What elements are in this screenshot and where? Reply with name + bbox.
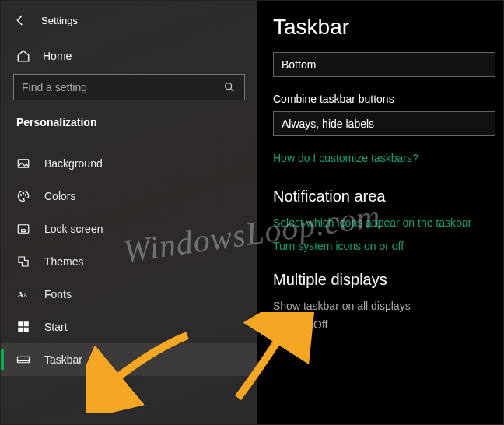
sidebar: Settings Home Personalization Background <box>1 1 257 424</box>
sidebar-item-label: Start <box>44 321 68 333</box>
show-taskbar-all-label: Show taskbar on all displays <box>273 300 495 312</box>
dropdown-value: Always, hide labels <box>282 118 374 130</box>
sidebar-item-start[interactable]: Start <box>1 311 257 343</box>
toggle-state-label: Off <box>313 318 327 331</box>
svg-point-4 <box>25 195 26 196</box>
select-icons-link[interactable]: Select which icons appear on the taskbar <box>273 216 495 229</box>
fonts-icon: A A <box>16 287 30 301</box>
home-label: Home <box>43 50 72 62</box>
sidebar-item-label: Lock screen <box>44 223 103 235</box>
svg-point-2 <box>20 195 22 196</box>
svg-rect-6 <box>22 230 26 232</box>
svg-rect-1 <box>18 160 29 168</box>
svg-rect-9 <box>18 321 23 326</box>
search-input[interactable] <box>22 81 222 93</box>
combine-label: Combine taskbar buttons <box>273 93 495 105</box>
multiple-displays-heading: Multiple displays <box>273 271 495 289</box>
svg-rect-11 <box>18 328 23 332</box>
search-box[interactable] <box>13 74 245 100</box>
sidebar-item-background[interactable]: Background <box>1 147 257 180</box>
taskbar-icon <box>16 353 30 367</box>
sidebar-item-label: Themes <box>44 255 84 268</box>
section-label: Personalization <box>1 116 257 141</box>
sidebar-item-fonts[interactable]: A A Fonts <box>1 278 257 311</box>
home-icon <box>16 49 30 63</box>
svg-rect-12 <box>24 328 29 332</box>
search-icon <box>222 80 236 94</box>
combine-dropdown[interactable]: Always, hide labels <box>273 111 495 136</box>
sidebar-item-taskbar[interactable]: Taskbar <box>1 343 257 376</box>
taskbar-position-dropdown[interactable]: Bottom <box>273 52 495 77</box>
title-bar: Settings <box>1 10 257 41</box>
lock-screen-icon <box>16 222 30 236</box>
start-icon <box>16 320 30 334</box>
dropdown-value: Bottom <box>282 58 316 71</box>
picture-icon <box>16 156 30 170</box>
palette-icon <box>16 189 30 203</box>
sidebar-item-label: Colors <box>44 190 75 202</box>
page-title: Taskbar <box>273 15 495 40</box>
svg-point-0 <box>226 83 232 90</box>
home-nav[interactable]: Home <box>1 41 257 74</box>
svg-point-3 <box>23 193 24 195</box>
svg-rect-10 <box>24 321 29 326</box>
window-title: Settings <box>41 15 78 26</box>
sidebar-item-label: Taskbar <box>44 353 82 366</box>
sidebar-item-label: Background <box>44 157 103 170</box>
sidebar-item-lock-screen[interactable]: Lock screen <box>1 212 257 245</box>
sidebar-item-label: Fonts <box>44 288 72 300</box>
show-taskbar-all-toggle[interactable] <box>273 317 304 332</box>
svg-rect-13 <box>18 357 30 363</box>
svg-text:A: A <box>23 292 28 299</box>
system-icons-link[interactable]: Turn system icons on or off <box>273 240 495 252</box>
show-taskbar-all-toggle-row: Off <box>273 317 495 332</box>
notification-area-heading: Notification area <box>273 188 495 205</box>
sidebar-item-colors[interactable]: Colors <box>1 180 257 212</box>
nav-list: Background Colors Lock screen <box>1 147 257 376</box>
sidebar-item-themes[interactable]: Themes <box>1 245 257 278</box>
content-pane: Taskbar Bottom Combine taskbar buttons A… <box>257 1 503 424</box>
back-icon[interactable] <box>13 13 27 27</box>
themes-icon <box>16 255 30 269</box>
customize-taskbars-link[interactable]: How do I customize taskbars? <box>273 152 495 164</box>
